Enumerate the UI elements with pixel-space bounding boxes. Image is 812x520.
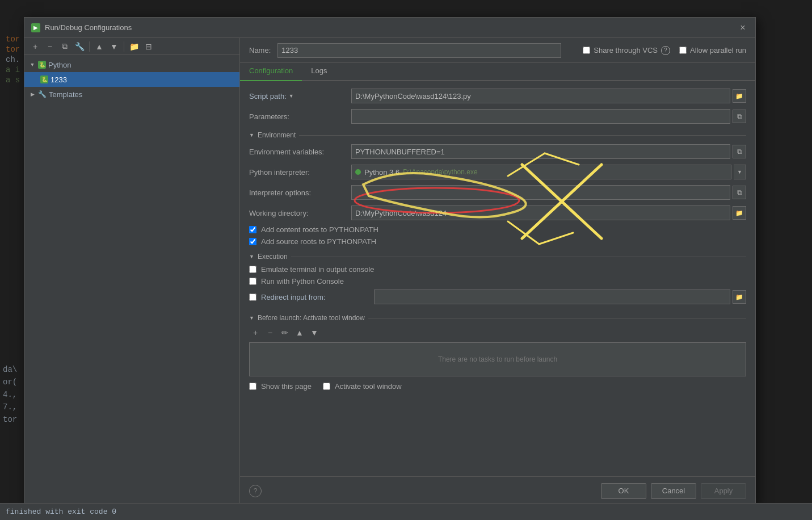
add-source-roots-checkbox[interactable] [249,238,256,245]
redirect-input-checkbox[interactable] [249,293,256,301]
add-config-button[interactable]: + [29,40,41,53]
cancel-button[interactable]: Cancel [651,483,696,499]
parameters-input[interactable] [351,109,730,124]
launch-edit-button[interactable]: ✏ [279,326,291,339]
activate-tool-window-label: Activate tool window [335,382,402,391]
add-content-roots-checkbox[interactable] [249,226,256,233]
dialog-titlebar: ▶ Run/Debug Configurations × [24,18,755,38]
env-variables-input[interactable] [351,144,730,159]
activate-tool-window-row: Activate tool window [323,382,402,391]
run-python-console-checkbox[interactable] [249,278,256,285]
allow-parallel-checkbox[interactable] [679,47,687,54]
environment-section-label: Environment [258,131,296,139]
python-group-label: Python [48,61,71,69]
working-dir-field: 📁 [351,206,746,220]
interpreter-options-field: ⧉ [351,185,746,200]
python-group-item[interactable]: ▼ 🐍 Python [24,57,239,72]
script-path-label-wrap: Script path: ▼ [249,92,351,100]
config-tree: ▼ 🐍 Python 🐍 1233 ▶ 🔧 Templates [24,55,239,505]
apply-button[interactable]: Apply [701,483,746,499]
script-path-dropdown-icon[interactable]: ▼ [289,93,294,99]
python-interpreter-field: Python 3.6 D:\Anaconda\python.exe ▼ [351,165,746,179]
script-path-field: 📁 [351,89,746,103]
toolbar-separator [89,41,90,52]
launch-section: + − ✏ ▲ ▼ There are no tasks to run befo… [249,326,746,376]
redirect-input-field: 📁 [374,290,746,304]
sort-button[interactable]: ⊟ [142,40,155,53]
expand-arrow: ▶ [29,91,36,98]
parameters-field: ⧉ [351,109,746,124]
script-path-browse-button[interactable]: 📁 [733,89,746,103]
python-interpreter-label: Python interpreter: [249,168,351,177]
launch-add-button[interactable]: + [249,326,262,339]
emulate-terminal-row: Emulate terminal in output console [249,265,746,274]
parameters-copy-button[interactable]: ⧉ [733,110,746,123]
share-vcs-checkbox[interactable] [583,47,590,54]
interpreter-display[interactable]: Python 3.6 D:\Anaconda\python.exe [351,165,731,179]
share-vcs-group: Share through VCS ? [583,46,670,55]
interpreter-options-copy-button[interactable]: ⧉ [733,186,746,199]
env-variables-copy-button[interactable]: ⧉ [733,145,746,158]
working-dir-label: Working directory: [249,209,351,217]
interpreter-options-label: Interpreter options: [249,188,351,197]
bottom-status-bar: finished with exit code 0 [0,503,812,520]
launch-down-button[interactable]: ▼ [308,326,321,339]
help-button[interactable]: ? [249,485,262,497]
redirect-input-input[interactable] [374,290,730,304]
footer-left: ? [249,485,262,497]
no-tasks-label: There are no tasks to run before launch [438,355,557,363]
add-content-roots-label: Add content roots to PYTHONPATH [261,225,378,234]
add-content-roots-row: Add content roots to PYTHONPATH [249,225,746,234]
environment-section-header: ▼ Environment [249,131,746,139]
emulate-terminal-checkbox[interactable] [249,266,256,273]
before-launch-section-line [368,318,746,318]
working-dir-row: Working directory: 📁 [249,205,746,221]
exit-code-text: finished with exit code 0 [6,508,116,516]
show-page-checkbox[interactable] [249,383,256,390]
emulate-terminal-label: Emulate terminal in output console [261,265,374,274]
show-page-label: Show this page [261,382,312,391]
working-dir-browse-button[interactable]: 📁 [733,206,746,220]
interpreter-dropdown-button[interactable]: ▼ [734,165,746,179]
remove-config-button[interactable]: − [44,40,56,53]
move-up-button[interactable]: ▲ [93,40,106,53]
move-down-button[interactable]: ▼ [108,40,120,53]
name-label: Name: [249,46,271,54]
tab-logs[interactable]: Logs [302,63,336,81]
launch-up-button[interactable]: ▲ [293,326,306,339]
close-button[interactable]: × [737,22,748,33]
before-launch-list: There are no tasks to run before launch [249,342,746,376]
tab-configuration[interactable]: Configuration [240,63,302,81]
allow-parallel-label: Allow parallel run [690,46,746,54]
interpreter-status-dot [355,169,361,175]
add-source-roots-row: Add source roots to PYTHONPATH [249,237,746,246]
redirect-input-label: Redirect input from: [261,293,325,301]
copy-config-button[interactable]: ⧉ [58,40,71,53]
redirect-input-browse-button[interactable]: 📁 [733,290,746,304]
script-path-input[interactable] [351,89,730,103]
name-input[interactable] [277,43,561,58]
redirect-input-label-group: Redirect input from: [249,293,374,301]
interpreter-options-input[interactable] [351,185,730,200]
ok-button[interactable]: OK [601,483,646,499]
run-debug-dialog: ▶ Run/Debug Configurations × + − ⧉ 🔧 ▲ ▼… [24,17,756,505]
environment-section-arrow: ▼ [249,132,254,138]
python-icon: 🐍 [38,61,46,69]
templates-item[interactable]: ▶ 🔧 Templates [24,87,239,102]
before-launch-section-label: Before launch: Activate tool window [258,314,365,322]
parameters-label: Parameters: [249,112,351,121]
script-path-label: Script path: [249,92,287,100]
share-vcs-help-icon[interactable]: ? [661,46,670,55]
before-launch-section-arrow: ▼ [249,315,254,321]
dialog-title-text: Run/Debug Configurations [45,23,132,32]
folder-button[interactable]: 📁 [128,40,140,53]
config-item-1233[interactable]: 🐍 1233 [24,72,239,87]
python-icon: 🐍 [40,76,48,83]
edit-config-button[interactable]: 🔧 [73,40,86,53]
activate-tool-window-checkbox[interactable] [323,383,330,390]
env-variables-label: Environment variables: [249,148,351,156]
interpreter-options-row: Interpreter options: ⧉ [249,184,746,200]
working-dir-input[interactable] [351,206,730,220]
launch-remove-button[interactable]: − [264,326,276,339]
footer-right: OK Cancel Apply [601,483,746,499]
